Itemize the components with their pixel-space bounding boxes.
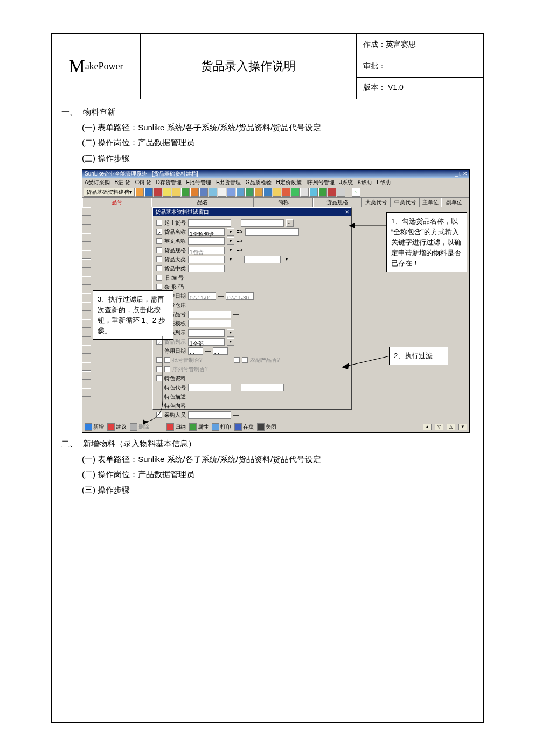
sel-prodname-drop[interactable]: ▾: [227, 228, 234, 236]
inp-bigcat-to[interactable]: [244, 256, 281, 263]
tb-icon-22[interactable]: [328, 188, 336, 197]
chk-midcat[interactable]: [156, 265, 162, 271]
col-spec[interactable]: 货品规格: [313, 198, 362, 207]
filter-close-icon[interactable]: ✕: [345, 208, 349, 216]
tb-icon-20[interactable]: [309, 188, 318, 197]
sel-prodname-mode[interactable]: 1全称包含: [188, 228, 225, 236]
bb-print[interactable]: 打印: [212, 422, 231, 432]
chk-prodname[interactable]: [156, 229, 162, 235]
menu-g[interactable]: G品质检验: [246, 179, 272, 185]
nav-prev[interactable]: ▽: [435, 424, 443, 430]
inp-otherno[interactable]: [188, 311, 231, 318]
chk-spec[interactable]: [156, 247, 162, 253]
tb-icon-23[interactable]: [337, 188, 345, 197]
sel-engname-drop[interactable]: ▾: [227, 237, 234, 245]
tb-icon-2[interactable]: [144, 188, 153, 197]
menu-a[interactable]: A受订采购: [85, 179, 110, 185]
toolbar[interactable]: 货品基础资料建档▾: [82, 187, 469, 198]
chk-oldno[interactable]: [156, 275, 162, 281]
chk-barcode[interactable]: [156, 284, 162, 290]
inp-stopdate-from[interactable]: - -: [188, 347, 203, 355]
sel-list-drop[interactable]: ▾: [227, 338, 234, 346]
inp-d2[interactable]: 07-11-30: [226, 292, 254, 300]
nav-next[interactable]: △: [447, 424, 455, 430]
tb-icon-5[interactable]: [172, 188, 180, 197]
inp-bigcat[interactable]: [188, 256, 225, 263]
tb-icon-19[interactable]: [300, 188, 309, 197]
inp-stopdate-to[interactable]: - -: [213, 347, 228, 355]
inp-template[interactable]: [188, 320, 231, 327]
inp-buyer[interactable]: [188, 411, 231, 419]
menu-j[interactable]: J系统: [339, 179, 353, 185]
tb-icon-18[interactable]: [291, 188, 300, 197]
menubar[interactable]: A受订采购 B进 货 C销 货 D存货管理 E批号管理 F出货管理 G品质检验 …: [82, 178, 469, 187]
sel-spec-mode[interactable]: 1包含: [188, 247, 225, 254]
sel-spec-drop[interactable]: ▾: [227, 247, 234, 254]
tb-icon-4[interactable]: [163, 188, 171, 197]
btn-startno-lookup[interactable]: …: [286, 219, 294, 227]
menu-k[interactable]: K帮助: [358, 179, 372, 185]
bb-close[interactable]: 关闭: [257, 422, 276, 432]
menu-b[interactable]: B进 货: [114, 179, 130, 185]
tb-icon-15[interactable]: [263, 188, 272, 197]
window-controls[interactable]: _ ⃞ ✕: [455, 170, 467, 178]
tb-icon-12[interactable]: [236, 188, 245, 197]
tb-icon-10[interactable]: [218, 188, 226, 197]
tb-icon-help[interactable]: ?: [352, 188, 360, 197]
menu-f[interactable]: F出货管理: [216, 179, 241, 185]
tb-icon-7[interactable]: [190, 188, 199, 197]
chk-agri1[interactable]: [234, 357, 240, 363]
tb-icon-1[interactable]: [135, 188, 144, 197]
bb-save[interactable]: 存盘: [234, 422, 254, 432]
plus-icon: [85, 423, 92, 431]
sel-list[interactable]: 1全部: [188, 338, 225, 346]
bb-new[interactable]: 新增: [85, 422, 104, 432]
tb-icon-11[interactable]: [227, 188, 235, 197]
inp-startno-to[interactable]: [241, 219, 284, 227]
bottom-toolbar[interactable]: 新增 建议 删除 归纳 属性 打印 存盘 关闭 ▲ ▽ △ ▼: [82, 421, 469, 432]
sel-audit-drop[interactable]: ▾: [227, 329, 234, 337]
tb-icon-13[interactable]: [245, 188, 254, 197]
menu-l[interactable]: L帮助: [377, 179, 391, 185]
col-prodname[interactable]: 品名: [151, 198, 254, 207]
col-prodno[interactable]: 品号: [82, 198, 151, 207]
sel-audit[interactable]: [188, 329, 225, 337]
filter-dialog-titlebar[interactable]: 货品基本资料过滤窗口 ✕: [153, 208, 351, 216]
col-short[interactable]: 简称: [254, 198, 313, 207]
sel-bigcat-drop[interactable]: ▾: [227, 256, 234, 263]
col-mid[interactable]: 中类代号: [391, 198, 420, 207]
inp-midcat[interactable]: [188, 265, 225, 272]
bb-suggest[interactable]: 建议: [107, 422, 127, 432]
chk-engname[interactable]: [156, 238, 162, 244]
chk-agri2[interactable]: [242, 357, 248, 363]
nav-last[interactable]: ▼: [458, 424, 467, 430]
tb-icon-21[interactable]: [318, 188, 327, 197]
inp-prodname[interactable]: [245, 228, 299, 236]
tb-icon-17[interactable]: [282, 188, 290, 197]
toolbar-dropdown[interactable]: 货品基础资料建档▾: [84, 188, 135, 197]
inp-featno2[interactable]: [241, 384, 284, 391]
tb-icon-3[interactable]: [154, 188, 162, 197]
menu-d[interactable]: D存货管理: [156, 179, 181, 185]
inp-startno-from[interactable]: [188, 219, 231, 227]
menu-i[interactable]: I序列号管理: [306, 179, 335, 185]
tb-icon-9[interactable]: [209, 188, 217, 197]
sel-bigcat-drop2[interactable]: ▾: [283, 256, 290, 263]
col-mainunit[interactable]: 主单位: [420, 198, 441, 207]
chk-startno[interactable]: [156, 220, 162, 226]
chk-bigcat[interactable]: [156, 256, 162, 262]
col-big[interactable]: 大类代号: [362, 198, 391, 207]
inp-featno[interactable]: [188, 384, 231, 391]
bb-prop[interactable]: 属性: [189, 422, 209, 432]
sel-engname-mode[interactable]: [188, 237, 225, 245]
menu-c[interactable]: C销 货: [135, 179, 151, 185]
col-subunit[interactable]: 副单位: [441, 198, 467, 207]
tb-icon-6[interactable]: [181, 188, 190, 197]
inp-d1[interactable]: 07-11-01: [188, 292, 216, 300]
nav-first[interactable]: ▲: [423, 424, 432, 430]
tb-icon-14[interactable]: [254, 188, 263, 197]
menu-h[interactable]: H定价政策: [276, 179, 301, 185]
tb-icon-16[interactable]: [273, 188, 281, 197]
menu-e[interactable]: E批号管理: [186, 179, 211, 185]
tb-icon-8[interactable]: [199, 188, 208, 197]
